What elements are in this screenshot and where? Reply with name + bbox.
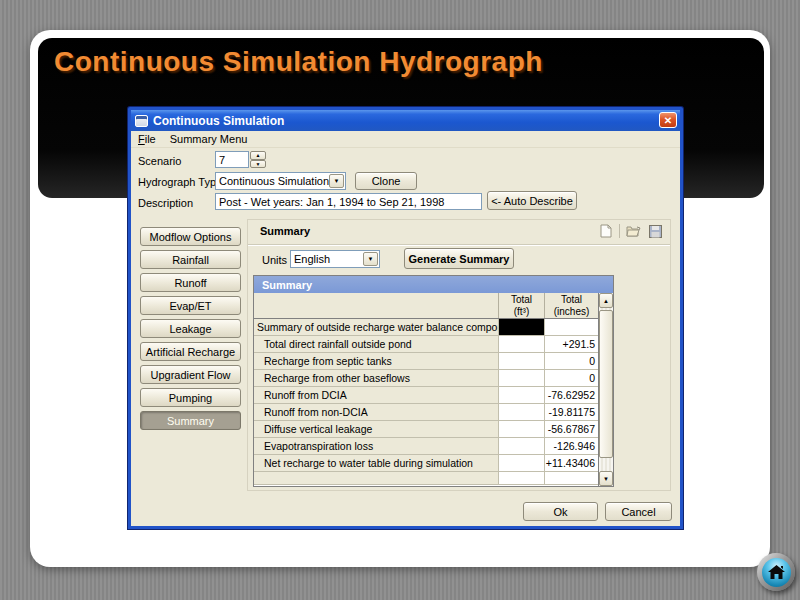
dialog-title: Continuous Simulation (153, 114, 284, 128)
new-document-icon[interactable] (597, 223, 614, 239)
auto-describe-button[interactable]: <- Auto Describe (487, 191, 577, 210)
table-row[interactable]: Recharge from septic tanks 0 (254, 353, 613, 370)
scenario-label: Scenario (138, 155, 181, 167)
home-icon (762, 558, 791, 587)
table-row[interactable]: Summary of outside recharge water balanc… (254, 319, 613, 336)
slide-background: Continuous Simulation Hydrograph Continu… (0, 0, 800, 600)
column-header-total-inches: Total (inches) (545, 293, 599, 318)
units-select[interactable]: English ▼ (290, 250, 380, 268)
units-label: Units (262, 254, 287, 266)
table-row[interactable]: Runoff from non-DCIA -19.81175 (254, 404, 613, 421)
sidebar-item-pumping[interactable]: Pumping (140, 388, 241, 407)
summary-panel-title: Summary (260, 225, 310, 237)
menu-bar: File Summary Menu (131, 131, 680, 148)
table-header-bar: Summary (254, 276, 613, 293)
units-value: English (294, 253, 330, 265)
hydrograph-type-value: Continuous Simulation (219, 175, 329, 187)
save-icon[interactable] (647, 223, 664, 239)
slide-title: Continuous Simulation Hydrograph (54, 46, 543, 78)
column-header-blank (254, 293, 499, 318)
close-icon[interactable]: ✕ (659, 112, 677, 128)
sidebar-item-leakage[interactable]: Leakage (140, 319, 241, 338)
menu-summary-menu[interactable]: Summary Menu (163, 132, 255, 146)
sidebar-item-summary[interactable]: Summary (140, 411, 241, 430)
table-row[interactable]: Recharge from other baseflows 0 (254, 370, 613, 387)
vertical-scrollbar[interactable]: ▲ ▼ (598, 293, 613, 486)
menu-file[interactable]: File (131, 132, 163, 146)
sidebar-item-artificial-recharge[interactable]: Artificial Recharge (140, 342, 241, 361)
sidebar-item-evap-et[interactable]: Evap/ET (140, 296, 241, 315)
spinner-down-icon[interactable]: ▼ (250, 160, 266, 169)
sidebar-item-runoff[interactable]: Runoff (140, 273, 241, 292)
scroll-up-icon[interactable]: ▲ (599, 293, 613, 308)
spinner-up-icon[interactable]: ▲ (250, 151, 266, 160)
table-column-headers: Total (ft³) Total (inches) (254, 293, 613, 319)
scenario-input[interactable]: 7 (215, 151, 249, 168)
table-row[interactable]: Net recharge to water table during simul… (254, 455, 613, 472)
table-row[interactable] (254, 472, 613, 485)
table-row[interactable]: Total direct rainfall outside pond +291.… (254, 336, 613, 353)
dialog-titlebar[interactable]: Continuous Simulation ✕ (131, 110, 680, 131)
selected-cell[interactable] (499, 319, 545, 336)
clone-button[interactable]: Clone (355, 172, 417, 190)
table-row[interactable]: Runoff from DCIA -76.62952 (254, 387, 613, 404)
cancel-button[interactable]: Cancel (605, 502, 672, 521)
sidebar-item-modflow-options[interactable]: Modflow Options (140, 227, 241, 246)
continuous-simulation-dialog: Continuous Simulation ✕ File Summary Men… (128, 107, 683, 529)
summary-panel: Summary Units English (247, 219, 671, 491)
table-row[interactable]: Diffuse vertical leakage -56.67867 (254, 421, 613, 438)
chevron-down-icon[interactable]: ▼ (363, 252, 378, 266)
scenario-stepper[interactable]: ▲ ▼ (250, 151, 266, 168)
panel-divider (248, 244, 670, 246)
home-button[interactable] (757, 553, 795, 591)
chevron-down-icon[interactable]: ▼ (329, 174, 344, 188)
column-header-total-ft3: Total (ft³) (499, 293, 545, 318)
scroll-down-icon[interactable]: ▼ (599, 471, 613, 486)
description-label: Description (138, 197, 193, 209)
toolbar-separator (619, 224, 620, 238)
hydrograph-type-label: Hydrograph Type (138, 176, 222, 188)
window-icon (135, 115, 148, 127)
ok-button[interactable]: Ok (523, 502, 598, 521)
scrollbar-thumb[interactable] (599, 310, 613, 458)
open-folder-icon[interactable] (625, 223, 642, 239)
description-input[interactable]: Post - Wet years: Jan 1, 1994 to Sep 21,… (215, 193, 482, 210)
summary-toolbar (597, 223, 664, 239)
summary-table: Summary Total (ft³) Total (inches) Summa… (253, 275, 614, 487)
sidebar-item-upgradient-flow[interactable]: Upgradient Flow (140, 365, 241, 384)
generate-summary-button[interactable]: Generate Summary (404, 248, 514, 269)
sidebar-item-rainfall[interactable]: Rainfall (140, 250, 241, 269)
hydrograph-type-select[interactable]: Continuous Simulation ▼ (215, 172, 346, 190)
content-panel: Continuous Simulation Hydrograph Continu… (30, 30, 770, 567)
table-row[interactable]: Evapotranspiration loss -126.946 (254, 438, 613, 455)
